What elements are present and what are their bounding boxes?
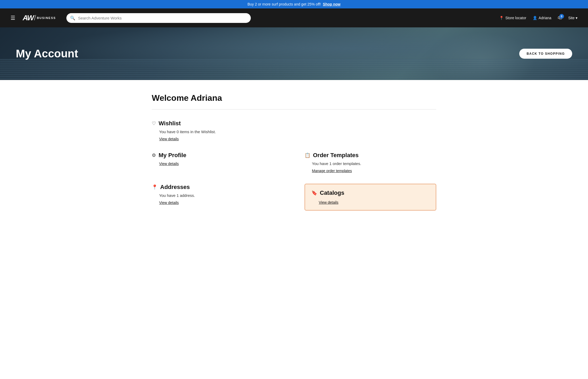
profile-title-row: ⚙ My Profile [152,152,283,159]
catalogs-icon: 🔖 [311,190,317,196]
catalogs-view-details-link[interactable]: View details [319,200,338,205]
chevron-down-icon: ▾ [576,16,577,20]
header-actions: 📍 Store locator 👤 Adriana 🛍 0 Site ▾ [499,16,577,20]
search-icon: 🔍 [70,16,75,21]
address-icon: 📍 [152,184,158,190]
hero-water-effect [0,59,588,80]
hero-title: My Account [0,47,78,60]
profile-title: My Profile [159,152,186,159]
wishlist-title-row: ♡ Wishlist [152,120,436,127]
welcome-heading: Welcome Adriana [152,93,436,103]
order-templates-title: Order Templates [313,152,359,159]
order-templates-title-row: 📋 Order Templates [305,152,436,159]
wishlist-view-details-link[interactable]: View details [159,137,179,141]
profile-view-details-link[interactable]: View details [159,162,179,166]
search-input[interactable] [66,13,251,23]
user-account[interactable]: 👤 Adriana [533,16,551,20]
main-content: Welcome Adriana ♡ Wishlist You have 0 it… [136,80,452,232]
heart-icon: ♡ [152,121,156,126]
order-templates-icon: 📋 [305,152,310,158]
wishlist-section: ♡ Wishlist You have 0 items in the Wishl… [152,120,436,141]
wishlist-title: Wishlist [159,120,181,127]
divider [152,109,436,109]
catalogs-section: 🔖 Catalogs View details [305,184,436,211]
logo-slash: / [34,14,36,22]
order-templates-section: 📋 Order Templates You have 1 order templ… [305,152,436,173]
user-icon: 👤 [533,16,537,20]
addresses-title-row: 📍 Addresses [152,184,283,191]
addresses-view-details-link[interactable]: View details [159,201,179,205]
site-label: Site [568,16,575,20]
hero-banner: My Account BACK TO SHOPPING [0,27,588,80]
my-profile-section: ⚙ My Profile View details [152,152,283,173]
site-selector[interactable]: Site ▾ [568,16,577,20]
back-to-shopping-button[interactable]: BACK TO SHOPPING [519,49,572,59]
account-sections-grid: ⚙ My Profile View details 📋 Order Templa… [152,152,436,211]
logo-aw: AW [23,14,33,22]
logo[interactable]: AW / BUSINESS [23,14,56,22]
store-locator-label: Store locator [505,16,526,20]
location-icon: 📍 [499,16,504,20]
user-name: Adriana [539,16,551,20]
cart-badge: 0 [559,14,564,19]
addresses-description: You have 1 address. [159,193,283,198]
addresses-title: Addresses [160,184,190,191]
cart-button[interactable]: 🛍 0 [558,16,562,20]
promo-banner: Buy 2 or more surf products and get 25% … [0,0,588,8]
order-templates-description: You have 1 order templates. [312,161,436,166]
logo-business: BUSINESS [37,16,56,19]
catalogs-title: Catalogs [320,190,344,196]
profile-icon: ⚙ [152,152,156,158]
promo-text: Buy 2 or more surf products and get 25% … [247,2,321,6]
promo-link[interactable]: Shop now [323,2,341,6]
wishlist-description: You have 0 items in the Wishlist. [159,129,436,134]
addresses-section: 📍 Addresses You have 1 address. View det… [152,184,283,211]
search-bar: 🔍 [66,13,251,23]
order-templates-manage-link[interactable]: Manage order templates [312,169,352,173]
menu-icon[interactable]: ☰ [11,15,15,21]
store-locator[interactable]: 📍 Store locator [499,16,526,20]
header: ☰ AW / BUSINESS 🔍 📍 Store locator 👤 Adri… [0,8,588,27]
catalogs-title-row: 🔖 Catalogs [311,190,429,196]
